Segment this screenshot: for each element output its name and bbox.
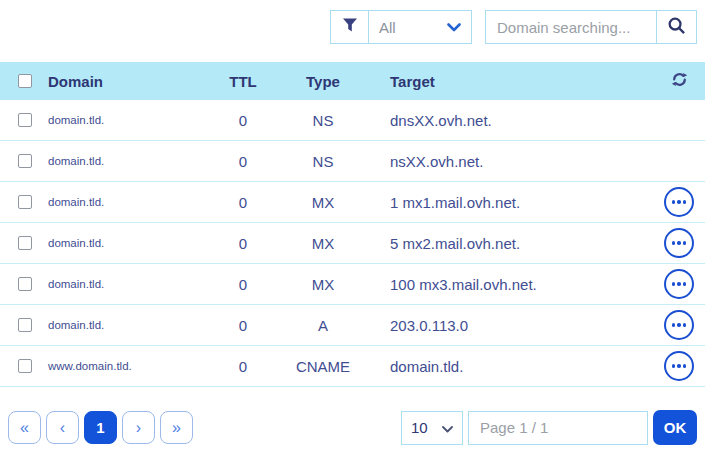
row-checkbox[interactable] xyxy=(18,359,32,373)
header-refresh-cell xyxy=(653,71,705,91)
type-cell: CNAME xyxy=(268,358,378,375)
first-page-button[interactable]: « xyxy=(8,411,41,444)
next-page-button[interactable]: › xyxy=(122,411,155,444)
table-row: www.domain.tld. 0 CNAME domain.tld. xyxy=(0,346,705,387)
row-checkbox-cell xyxy=(0,318,48,332)
dot-icon xyxy=(672,323,676,327)
search-button[interactable] xyxy=(656,11,696,43)
chevron-down-icon xyxy=(442,419,453,437)
page-size-value: 10 xyxy=(411,419,428,436)
row-checkbox[interactable] xyxy=(18,236,32,250)
column-header-type: Type xyxy=(268,73,378,90)
row-checkbox-cell xyxy=(0,359,48,373)
refresh-icon xyxy=(671,71,688,91)
type-cell: NS xyxy=(268,153,378,170)
column-header-ttl: TTL xyxy=(218,73,268,90)
table-header: Domain TTL Type Target xyxy=(0,62,705,100)
ttl-cell: 0 xyxy=(218,235,268,252)
row-actions-button[interactable] xyxy=(664,228,694,258)
page-size-select[interactable]: 10 xyxy=(401,411,463,445)
row-checkbox-cell xyxy=(0,195,48,209)
dot-icon xyxy=(672,364,676,368)
action-cell xyxy=(653,351,705,381)
ttl-cell: 0 xyxy=(218,358,268,375)
dot-icon xyxy=(683,282,687,286)
row-actions-button[interactable] xyxy=(664,269,694,299)
header-checkbox-cell xyxy=(0,74,48,88)
type-cell: MX xyxy=(268,276,378,293)
row-checkbox[interactable] xyxy=(18,113,32,127)
type-cell: NS xyxy=(268,112,378,129)
row-checkbox[interactable] xyxy=(18,154,32,168)
dot-icon xyxy=(683,323,687,327)
select-all-checkbox[interactable] xyxy=(18,74,32,88)
pagination: « ‹ 1 › » xyxy=(8,411,193,444)
column-header-target: Target xyxy=(378,73,653,90)
row-checkbox-cell xyxy=(0,154,48,168)
refresh-button[interactable] xyxy=(671,71,688,91)
row-actions-button[interactable] xyxy=(664,351,694,381)
row-checkbox[interactable] xyxy=(18,277,32,291)
domain-cell: domain.tld. xyxy=(48,278,218,290)
action-cell xyxy=(653,228,705,258)
dot-icon xyxy=(683,364,687,368)
ttl-cell: 0 xyxy=(218,276,268,293)
filter-button[interactable] xyxy=(331,11,369,43)
dot-icon xyxy=(677,282,681,286)
page-jump-input[interactable] xyxy=(468,411,648,445)
dot-icon xyxy=(672,282,676,286)
row-checkbox[interactable] xyxy=(18,195,32,209)
row-actions-button[interactable] xyxy=(664,310,694,340)
type-cell: MX xyxy=(268,235,378,252)
target-cell: 5 mx2.mail.ovh.net. xyxy=(378,235,653,252)
action-cell xyxy=(653,269,705,299)
column-header-domain: Domain xyxy=(48,73,218,90)
table-row: domain.tld. 0 A 203.0.113.0 xyxy=(0,305,705,346)
last-page-button[interactable]: » xyxy=(160,411,193,444)
table-row: domain.tld. 0 NS dnsXX.ovh.net. xyxy=(0,100,705,141)
dot-icon xyxy=(683,241,687,245)
previous-page-button[interactable]: ‹ xyxy=(46,411,79,444)
ok-button[interactable]: OK xyxy=(653,410,697,445)
funnel-icon xyxy=(342,17,358,37)
search-input[interactable] xyxy=(486,11,656,43)
domain-cell: domain.tld. xyxy=(48,155,218,167)
ttl-cell: 0 xyxy=(218,153,268,170)
dot-icon xyxy=(672,200,676,204)
action-cell xyxy=(653,310,705,340)
row-checkbox-cell xyxy=(0,236,48,250)
dns-records-table: Domain TTL Type Target xyxy=(0,62,705,387)
ttl-cell: 0 xyxy=(218,317,268,334)
dot-icon xyxy=(683,200,687,204)
toolbar: All xyxy=(330,10,697,44)
type-filter: All xyxy=(330,10,472,44)
target-cell: 100 mx3.mail.ovh.net. xyxy=(378,276,653,293)
ttl-cell: 0 xyxy=(218,112,268,129)
dot-icon xyxy=(677,364,681,368)
target-cell: dnsXX.ovh.net. xyxy=(378,112,653,129)
domain-cell: domain.tld. xyxy=(48,114,218,126)
filter-type-select[interactable]: All xyxy=(369,11,471,43)
type-cell: A xyxy=(268,317,378,334)
row-checkbox-cell xyxy=(0,277,48,291)
table-row: domain.tld. 0 MX 1 mx1.mail.ovh.net. xyxy=(0,182,705,223)
dot-icon xyxy=(677,241,681,245)
dot-icon xyxy=(677,323,681,327)
table-body: domain.tld. 0 NS dnsXX.ovh.net. domain.t… xyxy=(0,100,705,387)
chevron-down-icon xyxy=(447,18,461,36)
target-cell: 203.0.113.0 xyxy=(378,317,653,334)
action-cell xyxy=(653,187,705,217)
type-cell: MX xyxy=(268,194,378,211)
page-number-button[interactable]: 1 xyxy=(84,411,117,444)
table-row: domain.tld. 0 MX 5 mx2.mail.ovh.net. xyxy=(0,223,705,264)
row-checkbox[interactable] xyxy=(18,318,32,332)
dot-icon xyxy=(672,241,676,245)
table-row: domain.tld. 0 NS nsXX.ovh.net. xyxy=(0,141,705,182)
search-box xyxy=(485,10,697,44)
dns-zone-page: All Domain TTL Type Target xyxy=(0,0,705,452)
domain-cell: domain.tld. xyxy=(48,196,218,208)
page-controls: 10 OK xyxy=(401,410,697,445)
target-cell: nsXX.ovh.net. xyxy=(378,153,653,170)
dot-icon xyxy=(677,200,681,204)
row-actions-button[interactable] xyxy=(664,187,694,217)
